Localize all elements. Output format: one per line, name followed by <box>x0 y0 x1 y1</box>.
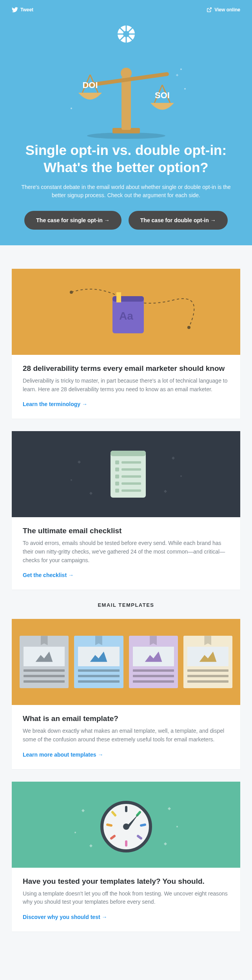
scale-illustration: DOI SOI <box>12 52 240 142</box>
template-illustration <box>12 619 240 705</box>
view-online-link[interactable]: View online <box>207 7 240 13</box>
svg-marker-43 <box>199 651 216 662</box>
content-area: Aa 28 deliverability terms every email m… <box>0 245 252 956</box>
section-label: EMAIL TEMPLATES <box>12 602 240 608</box>
tweet-label: Tweet <box>20 7 33 13</box>
svg-point-45 <box>176 826 178 827</box>
hero-subtitle: There's constant debate in the email wor… <box>20 183 232 200</box>
svg-rect-36 <box>115 482 119 486</box>
top-bar: Tweet View online <box>12 7 240 13</box>
svg-marker-42 <box>145 651 162 662</box>
svg-point-26 <box>71 479 72 481</box>
external-link-icon <box>207 7 212 13</box>
svg-text:DOI: DOI <box>82 80 98 90</box>
svg-point-6 <box>87 133 165 139</box>
svg-point-17 <box>180 68 182 70</box>
logo <box>116 24 136 44</box>
deliverability-text: Deliverability is tricky to master, in p… <box>23 377 229 394</box>
checklist-card: The ultimate email checklist To avoid er… <box>12 431 240 590</box>
template-link[interactable]: Learn more about templates <box>23 752 103 758</box>
svg-point-21 <box>187 326 190 329</box>
svg-text:SOI: SOI <box>155 90 170 100</box>
svg-point-57 <box>123 824 129 830</box>
deliverability-illustration: Aa <box>12 269 240 355</box>
deliverability-link[interactable]: Learn the terminology <box>23 401 87 407</box>
svg-rect-30 <box>115 460 119 464</box>
checklist-title: The ultimate email checklist <box>23 527 229 535</box>
svg-rect-35 <box>121 475 141 478</box>
svg-marker-40 <box>36 651 53 662</box>
view-online-label: View online <box>214 7 240 13</box>
deliverability-title: 28 deliverability terms every email mark… <box>23 364 229 373</box>
svg-rect-37 <box>121 482 141 485</box>
svg-rect-32 <box>115 468 119 471</box>
deliverability-card: Aa 28 deliverability terms every email m… <box>12 269 240 419</box>
svg-point-9 <box>121 68 132 79</box>
hero-button-row: The case for single opt-in The case for … <box>12 211 240 230</box>
checklist-text: To avoid errors, emails should be tested… <box>23 539 229 565</box>
tweet-link[interactable]: Tweet <box>12 7 33 13</box>
svg-marker-41 <box>90 651 107 662</box>
svg-point-19 <box>71 108 72 109</box>
svg-line-54 <box>107 825 111 825</box>
checklist-link[interactable]: Get the checklist <box>23 572 74 578</box>
svg-text:Aa: Aa <box>119 310 133 322</box>
checklist-illustration <box>12 431 240 517</box>
testing-card: Have you tested your templates lately? Y… <box>12 782 240 931</box>
svg-point-44 <box>74 832 76 833</box>
svg-point-20 <box>70 291 73 294</box>
single-optin-button[interactable]: The case for single opt-in <box>24 211 121 230</box>
svg-point-27 <box>180 475 182 477</box>
svg-line-50 <box>141 825 145 825</box>
testing-illustration <box>12 782 240 868</box>
hero-section: Tweet View online DOI SOI Single opt-in … <box>0 0 252 245</box>
svg-rect-39 <box>121 489 141 492</box>
svg-rect-38 <box>115 489 119 493</box>
double-optin-button[interactable]: The case for double opt-in <box>129 211 228 230</box>
hero-title: Single opt-in vs. double opt-in: What's … <box>16 142 236 176</box>
testing-link[interactable]: Discover why you should test <box>23 914 107 920</box>
twitter-icon <box>12 7 18 13</box>
template-text: We break down exactly what makes an emai… <box>23 727 229 744</box>
svg-rect-29 <box>111 451 146 456</box>
svg-point-18 <box>184 88 186 90</box>
testing-text: Using a template doesn't let you off the… <box>23 890 229 906</box>
svg-rect-33 <box>121 468 141 471</box>
template-title: What is an email template? <box>23 714 229 723</box>
template-card: What is an email template? We break down… <box>12 619 240 769</box>
svg-rect-8 <box>121 77 131 130</box>
svg-rect-34 <box>115 475 119 478</box>
testing-title: Have you tested your templates lately? Y… <box>23 877 229 886</box>
svg-rect-31 <box>121 461 141 464</box>
